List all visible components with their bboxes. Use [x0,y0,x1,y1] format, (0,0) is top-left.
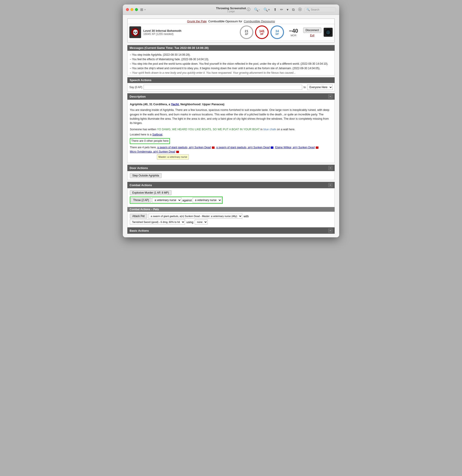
combat-collapse-button[interactable]: − [328,183,333,187]
pencil-chevron-icon[interactable]: ▾ [286,7,289,12]
mor-section: −40 MOR [288,28,299,37]
guild-prefix: Combustible Opossum for [208,20,242,23]
door-header-text: Door Actions [129,166,148,170]
weapon-select[interactable]: Tarnished Sword (good) - 6 dmg, 60% to h… [130,220,185,224]
markup-icon[interactable]: Ⓐ [297,7,303,12]
mor-value: −40 [289,28,298,34]
combat-box: Explosive Murder (1 AP, 8 MP) Throw (2 A… [127,188,335,207]
mor-label: MOR [288,34,299,37]
step-outside-button[interactable]: Step Outside Agriphila [130,173,162,178]
people-count: There are 0 other people here [130,138,170,144]
sailboat-link[interactable]: Sailboat [152,133,162,136]
main-window: ⊞ ▾ Throwing Screenshot 1 page ⓘ 🔍- 🔍+ ⬆… [123,5,339,237]
messages-box: – You step inside Agriphila. (2022-08-30… [127,51,335,76]
char-card-body: 💀 Level 30 Infernal Behemoth 16045 XP (1… [128,24,334,40]
ap-label: AP [245,33,248,35]
combat-pets-header: Combat Actions – Pets [127,207,335,212]
char-name-link[interactable]: Grunk the Pale [187,20,207,23]
speech-target-select[interactable]: Everyone Here [307,85,333,90]
graffiti-line: Someone has written YO DAWG, WE HEARD YO… [130,127,332,132]
against-label: against [182,199,192,202]
pet1-link[interactable]: a swarm of giant gaebuls, a(n) Sunken De… [157,146,211,149]
pets-prefix: There are 4 pets here, [130,146,157,149]
using-select[interactable]: none [195,220,208,224]
location-title: Agriphila (40, 31 Cordillera, a Yacht, N… [130,102,332,107]
pet3-flag [316,146,318,149]
messages-header-text: Messages (Current Game Time: Tue 2022-08… [129,46,209,50]
pencil-icon[interactable]: ✏ [279,7,284,12]
say-input[interactable] [144,85,302,90]
crop-icon[interactable]: ⧉ [291,7,295,12]
close-button[interactable] [126,8,129,11]
pet2-link[interactable]: a swarm of giant gaebuls, a(n) Sunken De… [216,146,270,149]
svg-text:🌑: 🌑 [326,30,330,34]
door-collapse-button[interactable]: − [328,166,333,170]
hp-value: 141 [259,29,264,33]
pet-target-select[interactable]: a swarm of giant gaebuls, a(n) Sunken De… [148,214,242,219]
char-card-footer [128,40,334,42]
with-label: with [244,214,249,218]
pet3-link[interactable]: Elaine Wilikai, a(n) Sunken Dead [275,146,315,149]
pet1-flag [212,146,214,149]
attack-pet-row: Attack Pet a swarm of giant gaebuls, a(n… [130,214,332,219]
throw-button[interactable]: Throw (2 AP) [131,198,151,203]
disconnect-button[interactable]: Disconnect [303,27,321,33]
search-placeholder: Search [311,8,319,11]
say-label: Say (0 AP) [129,86,142,89]
throw-target1-select[interactable]: a veterinary nurse [152,197,181,203]
description-box: Agriphila (40, 31 Cordillera, a Yacht, N… [127,100,335,163]
message-line-3: – You step into the pool and the world t… [130,62,332,66]
door-box: Step Outside Agriphila [127,171,335,180]
info-icon[interactable]: ⓘ [246,7,251,12]
people-highlight-wrapper: There are 0 other people here [130,138,332,144]
explosive-murder-button[interactable]: Explosive Murder (1 AP, 8 MP) [130,190,171,195]
search-bar[interactable]: 🔍 Search [304,7,336,12]
search-icon: 🔍 [307,8,310,11]
combat-pets-box: Attack Pet a swarm of giant gaebuls, a(n… [127,212,335,227]
stat-circles: 21 AP 141 HP 34 MP [240,26,284,39]
zoom-out-icon[interactable]: 🔍- [253,7,261,12]
char-info: Level 30 Infernal Behemoth 16045 XP (125… [143,29,238,36]
minimize-button[interactable] [130,8,133,11]
yacht-link[interactable]: Yacht [171,102,179,106]
tooltip-master: Master: a veterinary nurse [157,154,189,160]
evil-link[interactable]: Evil [310,34,314,37]
sidebar-toggle-icon[interactable]: ⊞ [140,8,143,12]
mp-circle: 34 MP [270,26,284,39]
basic-header-text: Basic Actions [129,229,149,232]
sailboat-line: Located here is a Sailboat. [130,133,332,137]
basic-collapse-button[interactable]: − [328,229,333,233]
guild-link[interactable]: Combustible Opossums [244,20,275,23]
combat-section-header: Combat Actions − [127,182,335,188]
sailboat-prefix: Located here is a [130,133,152,136]
attack-pet-button[interactable]: Attack Pet [130,214,147,219]
traffic-lights [126,8,138,11]
explosive-murder-row: Explosive Murder (1 AP, 8 MP) [130,190,332,195]
share-icon[interactable]: ⬆ [273,7,277,12]
window-title: Throwing Screenshot [216,7,246,10]
using-label: using [186,221,193,224]
char-secondary-avatar: 🌑 [324,28,333,37]
speech-header-text: Speech Actions [129,78,151,82]
throw-highlight: Throw (2 AP) a veterinary nurse against … [130,196,223,204]
char-card-header: Grunk the Pale Combustible Opossum for C… [128,19,334,24]
message-line-1: – You step inside Agriphila. (2022-08-30… [130,53,332,57]
hp-label: HP [260,33,264,35]
door-section-header: Door Actions − [127,165,335,171]
chalk-text: blue chalk [264,128,276,131]
throw-target2-select[interactable]: a veterinary nurse [193,197,222,203]
fullscreen-button[interactable] [135,8,138,11]
description-collapse-button[interactable]: − [328,94,333,99]
message-line-4: – You seize the ship's wheel and command… [130,66,332,70]
char-xp: 16045 XP (1255 needed) [143,33,238,36]
description-body: You are standing inside of Agriphila. Th… [130,108,332,126]
zoom-in-icon[interactable]: 🔍+ [263,7,271,12]
title-center: Throwing Screenshot 1 page [216,7,246,13]
sidebar-chevron-icon: ▾ [145,8,145,11]
speech-row: Say (0 AP) to Everyone Here [127,83,335,92]
graffiti-text: YO DAWG, WE HEARD YOU LIKE BOATS, SO WE … [157,128,260,131]
combat-pets-header-text: Combat Actions – Pets [129,208,159,211]
page-content: Grunk the Pale Combustible Opossum for C… [123,15,339,237]
char-avatar: 💀 [129,26,141,38]
pet4-link[interactable]: Micro Syndermata, a(n) Sunken Dead [130,150,175,153]
